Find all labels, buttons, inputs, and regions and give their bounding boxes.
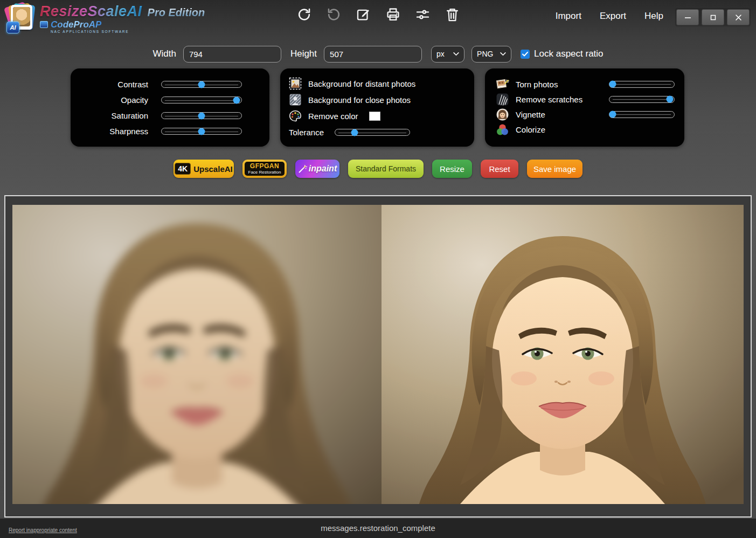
saturation-slider[interactable] [161, 112, 242, 119]
reset-button[interactable]: Reset [481, 160, 518, 178]
sharpness-label: Sharpness [71, 127, 161, 136]
action-buttons-bar: 4K UpscaleAI GFPGAN Face Restoration inp… [0, 160, 756, 178]
image-selection-icon [289, 77, 302, 90]
image-preview-frame [4, 195, 752, 518]
status-bar: Report inappropriate content messages.re… [0, 519, 756, 538]
contrast-slider[interactable] [161, 81, 242, 88]
resize-label: Resize [440, 164, 464, 174]
print-icon[interactable] [385, 7, 400, 22]
unit-select[interactable]: px [431, 46, 464, 63]
upscale-4k-button[interactable]: 4K UpscaleAI [174, 160, 234, 178]
close-button[interactable] [727, 9, 750, 25]
menu-export[interactable]: Export [600, 11, 626, 22]
remove-scratches-label: Remove scratches [516, 95, 602, 104]
remove-scratches-slider[interactable] [609, 96, 675, 103]
company-chip-icon [40, 21, 48, 28]
app-menu: Import Export Help [556, 11, 663, 22]
slider-thumb[interactable] [351, 129, 358, 136]
height-input[interactable] [324, 46, 422, 63]
app-edition: Pro Edition [148, 7, 205, 18]
lock-aspect-checkbox[interactable] [521, 50, 530, 59]
inpaint-label: inpaint [309, 164, 337, 174]
bg-close-row[interactable]: Background for close photos [289, 92, 464, 108]
dimensions-bar: Width Height px PNG Lock aspect ratio [0, 45, 756, 63]
adjustments-icon[interactable] [415, 7, 430, 22]
status-message: messages.restoration_complete [0, 523, 756, 533]
slider-thumb[interactable] [198, 81, 205, 88]
format-select[interactable]: PNG [471, 46, 511, 63]
torn-photos-slider[interactable] [609, 81, 675, 88]
gfpgan-subtitle: Face Restoration [245, 170, 285, 175]
gfpgan-title: GFPGAN [245, 162, 285, 170]
tolerance-slider[interactable] [335, 129, 410, 136]
maximize-button[interactable] [702, 9, 724, 25]
remove-color-label: Remove color [308, 112, 358, 121]
slider-thumb[interactable] [609, 81, 616, 88]
save-image-label: Save image [533, 164, 576, 174]
company-name: CodeProAP [51, 20, 101, 29]
color-swatch[interactable] [369, 112, 380, 121]
slider-thumb[interactable] [198, 128, 205, 135]
app-logo: AI ResizeScaleAI Pro Edition CodeProAP N… [5, 2, 205, 34]
slider-thumb[interactable] [666, 96, 673, 103]
chevron-down-icon [453, 52, 459, 56]
bg-close-label: Background for close photos [308, 95, 411, 105]
slider-thumb[interactable] [198, 112, 205, 119]
resize-button[interactable]: Resize [432, 160, 472, 178]
width-input[interactable] [183, 46, 281, 63]
undo-icon[interactable] [326, 7, 341, 22]
torn-photos-label: Torn photos [516, 80, 602, 89]
rgb-circles-icon [496, 123, 509, 136]
title-bar: AI ResizeScaleAI Pro Edition CodeProAP N… [0, 0, 756, 38]
4k-badge: 4K [175, 163, 191, 175]
remove-color-row[interactable]: Remove color [289, 108, 464, 124]
app-title: ResizeScaleAI [40, 4, 142, 19]
scratches-icon [496, 93, 509, 106]
width-label: Width [152, 49, 176, 59]
menu-import[interactable]: Import [556, 11, 581, 22]
height-label: Height [290, 49, 317, 59]
gfpgan-button[interactable]: GFPGAN Face Restoration [242, 160, 287, 178]
format-selected-value: PNG [477, 50, 493, 58]
opacity-label: Opacity [71, 95, 161, 105]
lock-aspect-label: Lock aspect ratio [534, 49, 604, 59]
minimize-button[interactable] [676, 9, 699, 25]
ai-chip-badge: AI [6, 22, 19, 33]
colorize-label: Colorize [516, 125, 675, 134]
delete-icon[interactable] [445, 7, 460, 22]
vignette-slider[interactable] [609, 111, 675, 118]
bg-distant-row[interactable]: Background for distant photos [289, 75, 464, 92]
slider-thumb[interactable] [233, 96, 240, 104]
colorize-row[interactable]: Colorize [496, 122, 675, 137]
before-after-photos[interactable] [12, 205, 744, 504]
portrait-hatch-icon [289, 93, 302, 106]
vignette-label: Vignette [516, 110, 602, 119]
photo-after-restored [382, 205, 744, 504]
magic-wand-icon [298, 164, 307, 174]
redo-icon[interactable] [296, 7, 311, 22]
menu-help[interactable]: Help [644, 11, 663, 22]
window-controls [675, 8, 751, 26]
restore-panel: Torn photos Remove scratches [485, 68, 684, 147]
resizescale-app-window: AI ResizeScaleAI Pro Edition CodeProAP N… [0, 0, 756, 538]
chevron-down-icon [500, 52, 506, 56]
inpaint-button[interactable]: inpaint [295, 160, 339, 178]
torn-photo-icon [496, 78, 509, 91]
photo-before-blurry [12, 205, 382, 504]
palette-icon [289, 109, 302, 122]
remove-scratches-row[interactable]: Remove scratches [496, 92, 675, 107]
background-panel: Background for distant photos Background… [280, 68, 474, 147]
torn-photos-row[interactable]: Torn photos [496, 77, 675, 92]
save-image-button[interactable]: Save image [527, 160, 582, 178]
standard-formats-button[interactable]: Standard Formats [348, 160, 424, 178]
logo-artwork-icon: AI [5, 2, 36, 33]
vignette-row[interactable]: Vignette [496, 107, 675, 122]
tolerance-label: Tolerance [289, 128, 324, 137]
sharpness-slider[interactable] [161, 128, 242, 135]
contrast-label: Contrast [71, 80, 161, 89]
slider-thumb[interactable] [609, 111, 616, 118]
opacity-slider[interactable] [161, 96, 242, 104]
adjustments-panel: Contrast Opacity Saturation Sharpness [71, 68, 269, 147]
edit-icon[interactable] [356, 7, 371, 22]
main-toolbar [296, 7, 460, 22]
